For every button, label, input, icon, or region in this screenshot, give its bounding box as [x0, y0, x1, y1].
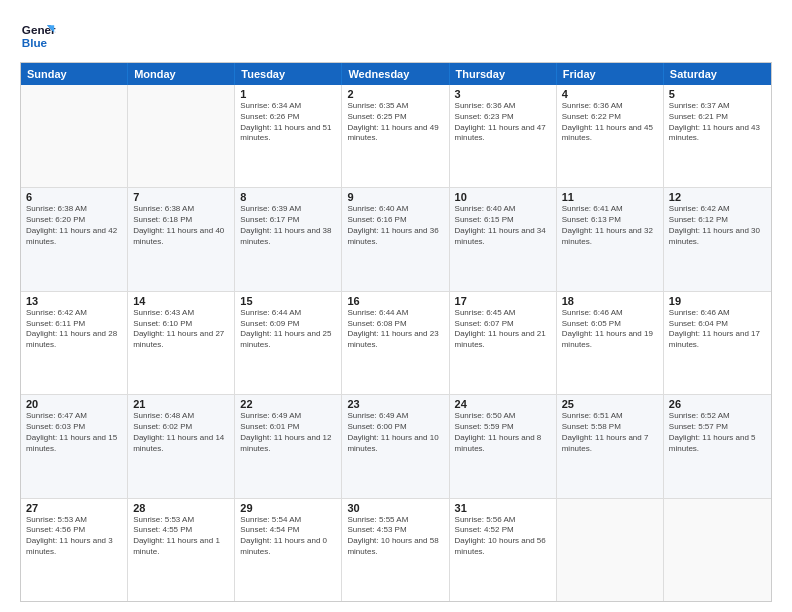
day-number: 31 — [455, 502, 551, 514]
calendar-cell — [128, 85, 235, 187]
calendar-cell: 15Sunrise: 6:44 AM Sunset: 6:09 PM Dayli… — [235, 292, 342, 394]
day-info: Sunrise: 6:39 AM Sunset: 6:17 PM Dayligh… — [240, 204, 336, 247]
day-number: 7 — [133, 191, 229, 203]
calendar-cell: 12Sunrise: 6:42 AM Sunset: 6:12 PM Dayli… — [664, 188, 771, 290]
day-number: 24 — [455, 398, 551, 410]
svg-text:Blue: Blue — [22, 36, 48, 49]
header: General Blue — [20, 18, 772, 54]
day-number: 13 — [26, 295, 122, 307]
day-number: 6 — [26, 191, 122, 203]
logo-icon: General Blue — [20, 18, 56, 54]
calendar-cell: 1Sunrise: 6:34 AM Sunset: 6:26 PM Daylig… — [235, 85, 342, 187]
day-number: 2 — [347, 88, 443, 100]
day-info: Sunrise: 6:46 AM Sunset: 6:05 PM Dayligh… — [562, 308, 658, 351]
day-number: 14 — [133, 295, 229, 307]
day-number: 18 — [562, 295, 658, 307]
calendar-row-2: 6Sunrise: 6:38 AM Sunset: 6:20 PM Daylig… — [21, 188, 771, 291]
calendar-cell: 11Sunrise: 6:41 AM Sunset: 6:13 PM Dayli… — [557, 188, 664, 290]
calendar-cell: 24Sunrise: 6:50 AM Sunset: 5:59 PM Dayli… — [450, 395, 557, 497]
calendar-cell: 13Sunrise: 6:42 AM Sunset: 6:11 PM Dayli… — [21, 292, 128, 394]
day-number: 28 — [133, 502, 229, 514]
day-number: 9 — [347, 191, 443, 203]
header-day-wednesday: Wednesday — [342, 63, 449, 85]
day-info: Sunrise: 6:42 AM Sunset: 6:12 PM Dayligh… — [669, 204, 766, 247]
calendar-cell: 22Sunrise: 6:49 AM Sunset: 6:01 PM Dayli… — [235, 395, 342, 497]
calendar-cell: 31Sunrise: 5:56 AM Sunset: 4:52 PM Dayli… — [450, 499, 557, 601]
day-number: 4 — [562, 88, 658, 100]
header-day-saturday: Saturday — [664, 63, 771, 85]
day-info: Sunrise: 6:49 AM Sunset: 6:01 PM Dayligh… — [240, 411, 336, 454]
calendar-cell: 27Sunrise: 5:53 AM Sunset: 4:56 PM Dayli… — [21, 499, 128, 601]
day-number: 22 — [240, 398, 336, 410]
calendar-cell: 16Sunrise: 6:44 AM Sunset: 6:08 PM Dayli… — [342, 292, 449, 394]
day-number: 11 — [562, 191, 658, 203]
day-info: Sunrise: 6:49 AM Sunset: 6:00 PM Dayligh… — [347, 411, 443, 454]
calendar-cell: 29Sunrise: 5:54 AM Sunset: 4:54 PM Dayli… — [235, 499, 342, 601]
logo: General Blue — [20, 18, 56, 54]
day-number: 8 — [240, 191, 336, 203]
calendar-cell: 17Sunrise: 6:45 AM Sunset: 6:07 PM Dayli… — [450, 292, 557, 394]
day-info: Sunrise: 6:52 AM Sunset: 5:57 PM Dayligh… — [669, 411, 766, 454]
day-info: Sunrise: 6:36 AM Sunset: 6:22 PM Dayligh… — [562, 101, 658, 144]
day-number: 10 — [455, 191, 551, 203]
header-day-tuesday: Tuesday — [235, 63, 342, 85]
calendar-cell: 20Sunrise: 6:47 AM Sunset: 6:03 PM Dayli… — [21, 395, 128, 497]
day-number: 27 — [26, 502, 122, 514]
calendar-row-4: 20Sunrise: 6:47 AM Sunset: 6:03 PM Dayli… — [21, 395, 771, 498]
calendar-cell: 5Sunrise: 6:37 AM Sunset: 6:21 PM Daylig… — [664, 85, 771, 187]
day-info: Sunrise: 6:38 AM Sunset: 6:18 PM Dayligh… — [133, 204, 229, 247]
day-number: 3 — [455, 88, 551, 100]
day-info: Sunrise: 6:40 AM Sunset: 6:15 PM Dayligh… — [455, 204, 551, 247]
day-number: 17 — [455, 295, 551, 307]
calendar-cell: 7Sunrise: 6:38 AM Sunset: 6:18 PM Daylig… — [128, 188, 235, 290]
day-number: 26 — [669, 398, 766, 410]
day-info: Sunrise: 6:48 AM Sunset: 6:02 PM Dayligh… — [133, 411, 229, 454]
calendar-row-1: 1Sunrise: 6:34 AM Sunset: 6:26 PM Daylig… — [21, 85, 771, 188]
calendar-cell — [664, 499, 771, 601]
header-day-friday: Friday — [557, 63, 664, 85]
calendar-cell — [21, 85, 128, 187]
day-number: 23 — [347, 398, 443, 410]
calendar-cell: 3Sunrise: 6:36 AM Sunset: 6:23 PM Daylig… — [450, 85, 557, 187]
calendar-cell: 6Sunrise: 6:38 AM Sunset: 6:20 PM Daylig… — [21, 188, 128, 290]
header-day-sunday: Sunday — [21, 63, 128, 85]
calendar-header: SundayMondayTuesdayWednesdayThursdayFrid… — [21, 63, 771, 85]
calendar-cell — [557, 499, 664, 601]
calendar-cell: 2Sunrise: 6:35 AM Sunset: 6:25 PM Daylig… — [342, 85, 449, 187]
svg-text:General: General — [22, 23, 56, 36]
day-number: 29 — [240, 502, 336, 514]
calendar-cell: 30Sunrise: 5:55 AM Sunset: 4:53 PM Dayli… — [342, 499, 449, 601]
calendar-row-3: 13Sunrise: 6:42 AM Sunset: 6:11 PM Dayli… — [21, 292, 771, 395]
calendar-cell: 9Sunrise: 6:40 AM Sunset: 6:16 PM Daylig… — [342, 188, 449, 290]
day-info: Sunrise: 6:41 AM Sunset: 6:13 PM Dayligh… — [562, 204, 658, 247]
calendar-cell: 28Sunrise: 5:53 AM Sunset: 4:55 PM Dayli… — [128, 499, 235, 601]
day-number: 1 — [240, 88, 336, 100]
day-info: Sunrise: 6:38 AM Sunset: 6:20 PM Dayligh… — [26, 204, 122, 247]
day-number: 21 — [133, 398, 229, 410]
calendar-cell: 19Sunrise: 6:46 AM Sunset: 6:04 PM Dayli… — [664, 292, 771, 394]
day-info: Sunrise: 6:43 AM Sunset: 6:10 PM Dayligh… — [133, 308, 229, 351]
day-number: 15 — [240, 295, 336, 307]
calendar-cell: 4Sunrise: 6:36 AM Sunset: 6:22 PM Daylig… — [557, 85, 664, 187]
calendar: SundayMondayTuesdayWednesdayThursdayFrid… — [20, 62, 772, 602]
calendar-cell: 23Sunrise: 6:49 AM Sunset: 6:00 PM Dayli… — [342, 395, 449, 497]
day-info: Sunrise: 6:45 AM Sunset: 6:07 PM Dayligh… — [455, 308, 551, 351]
day-info: Sunrise: 5:56 AM Sunset: 4:52 PM Dayligh… — [455, 515, 551, 558]
day-number: 19 — [669, 295, 766, 307]
day-number: 20 — [26, 398, 122, 410]
calendar-cell: 18Sunrise: 6:46 AM Sunset: 6:05 PM Dayli… — [557, 292, 664, 394]
day-info: Sunrise: 6:47 AM Sunset: 6:03 PM Dayligh… — [26, 411, 122, 454]
calendar-cell: 14Sunrise: 6:43 AM Sunset: 6:10 PM Dayli… — [128, 292, 235, 394]
day-number: 12 — [669, 191, 766, 203]
day-number: 25 — [562, 398, 658, 410]
page: General Blue SundayMondayTuesdayWednesda… — [0, 0, 792, 612]
day-info: Sunrise: 6:34 AM Sunset: 6:26 PM Dayligh… — [240, 101, 336, 144]
day-info: Sunrise: 5:53 AM Sunset: 4:55 PM Dayligh… — [133, 515, 229, 558]
calendar-cell: 26Sunrise: 6:52 AM Sunset: 5:57 PM Dayli… — [664, 395, 771, 497]
calendar-cell: 21Sunrise: 6:48 AM Sunset: 6:02 PM Dayli… — [128, 395, 235, 497]
day-number: 30 — [347, 502, 443, 514]
day-info: Sunrise: 6:37 AM Sunset: 6:21 PM Dayligh… — [669, 101, 766, 144]
day-info: Sunrise: 6:46 AM Sunset: 6:04 PM Dayligh… — [669, 308, 766, 351]
calendar-body: 1Sunrise: 6:34 AM Sunset: 6:26 PM Daylig… — [21, 85, 771, 601]
calendar-cell: 10Sunrise: 6:40 AM Sunset: 6:15 PM Dayli… — [450, 188, 557, 290]
